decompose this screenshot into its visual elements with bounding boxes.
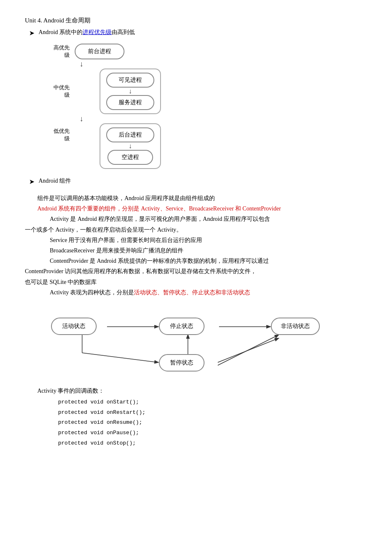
foreground-process-box: 前台进程: [75, 44, 124, 59]
callbacks-section: Activity 事件的回调函数： protected void onStart…: [25, 387, 367, 448]
mid-priority-label: 中优先级: [50, 84, 75, 99]
arrow-down-2: ↓: [80, 114, 83, 123]
empty-process-box: 空进程: [107, 150, 153, 165]
desc7: Activity 表现为四种状态，分别是活动状态、暂停状态、停止状态和非活动状态: [25, 287, 367, 298]
callback-line: protected void onPause();: [25, 428, 367, 438]
bullet-arrow-1: ➤: [29, 29, 34, 37]
low-priority-label: 低优先级: [50, 127, 75, 142]
state-box-pause: 暂停状态: [159, 354, 205, 372]
desc6-line2: ContentProvider 访问其他应用程序的私有数据，私有数据可以是存储在…: [25, 266, 367, 276]
link-process-priority[interactable]: 进程优先级: [83, 29, 112, 35]
bullet-components-section: ➤ Android 组件 组件是可以调用的基本功能模块，Android 应用程序…: [25, 177, 367, 298]
inner-arrow-1: ↓: [129, 88, 132, 95]
low-priority-group: 后台进程 ↓ 空进程: [100, 123, 161, 169]
bullet-text-1: Android 系统中的进程优先级由高到低: [39, 29, 135, 36]
service-process-box: 服务进程: [106, 95, 154, 110]
background-process-box: 后台进程: [106, 127, 154, 142]
callback-title: Activity 事件的回调函数：: [25, 387, 367, 395]
arrow-down-1: ↓: [80, 59, 83, 68]
desc3-line1: Activity 是 Android 程序的呈现层，显示可视化的用户界面，And…: [25, 214, 367, 224]
callback-line: protected void onStart();: [25, 397, 367, 408]
callback-lines: protected void onStart();protected void …: [25, 397, 367, 448]
desc5: BroadcaseReceiver 是用来接受并响应广播消息的组件: [25, 245, 367, 256]
bullet-arrow-2: ➤: [29, 178, 34, 186]
unit-title: Unit 4. Android 生命周期: [25, 17, 367, 24]
inner-arrow-2: ↓: [129, 142, 132, 150]
callback-line: protected void onResume();: [25, 418, 367, 428]
high-priority-label: 高优先级: [50, 44, 75, 59]
bullet-process-priority: ➤ Android 系统中的进程优先级由高到低: [25, 29, 367, 37]
bullet-components-title: Android 组件: [39, 177, 71, 185]
state-box-active: 活动状态: [51, 318, 97, 335]
callback-line: protected void onStop();: [25, 438, 367, 449]
high-priority-row: 高优先级 前台进程: [50, 44, 124, 59]
svg-line-6: [218, 335, 278, 365]
mid-priority-group: 可见进程 ↓ 服务进程: [100, 68, 161, 114]
state-diagram: 活动状态 停止状态 非活动状态 暂停状态: [47, 305, 346, 380]
callback-line: protected void onRestart();: [25, 408, 367, 418]
components-content: 组件是可以调用的基本功能模块，Android 应用程序就是由组件组成的 Andr…: [25, 193, 367, 298]
bullet-components: ➤ Android 组件: [25, 177, 367, 186]
desc4: Service 用于没有用户界面，但需要长时间在后台运行的应用: [25, 235, 367, 245]
desc1: 组件是可以调用的基本功能模块，Android 应用程序就是由组件组成的: [25, 193, 367, 203]
desc6-line1: ContentProvider 是 Android 系统提供的一种标准的共享数据…: [25, 256, 367, 266]
svg-line-3: [82, 353, 158, 362]
visible-process-box: 可见进程: [106, 73, 154, 88]
state-box-inactive: 非活动状态: [271, 318, 320, 335]
desc3-line2: 一个或多个 Activity，一般在程序启动后会呈现一个 Activity。: [25, 225, 367, 235]
desc2-red: Android 系统有四个重要的组件，分别是 Activity、Service、…: [25, 203, 367, 214]
desc6-line3: 也可以是 SQLite 中的数据库: [25, 277, 367, 287]
state-box-stop: 停止状态: [159, 318, 205, 335]
priority-diagram: 高优先级 前台进程 ↓ 中优先级 可见进程 ↓ 服务进程 ↓ 低优先级 后台进程…: [50, 44, 367, 169]
